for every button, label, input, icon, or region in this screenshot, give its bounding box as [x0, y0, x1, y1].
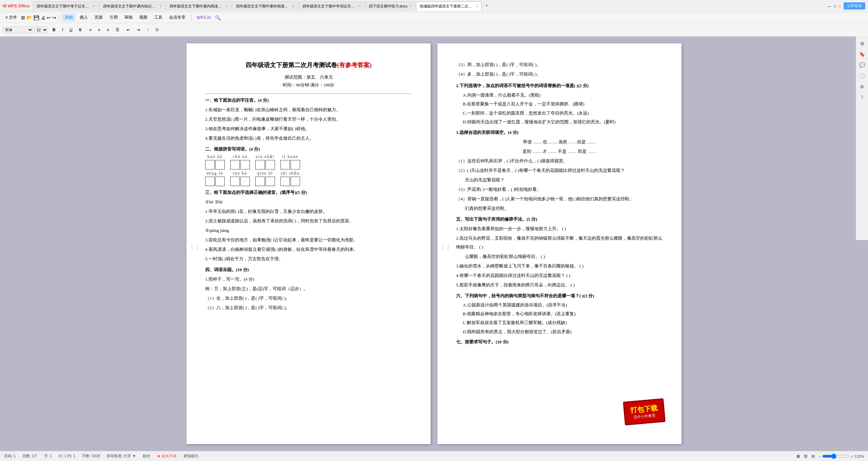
numbered-list-button[interactable]: ①	[153, 26, 162, 34]
status-read-mode[interactable]: 黄昏模式	[183, 454, 198, 459]
zoom-range[interactable]	[822, 454, 849, 459]
topbar: W WPS Office 四年级语文文下期中考子过关专题卷 × 四年级语文文下期…	[0, 0, 868, 12]
search-icon[interactable]: 🔍	[215, 15, 221, 20]
pinyin-row-1: kuò dà chā nà xiá zhǎi	[205, 154, 412, 169]
view-normal-icon[interactable]: ▦	[796, 454, 800, 458]
char-box[interactable]	[230, 177, 240, 186]
align-right-button[interactable]: ≡	[104, 26, 112, 34]
align-center-button[interactable]: ≡	[95, 26, 103, 34]
zoom-out-icon[interactable]: −	[819, 454, 821, 458]
sidebar-icon-2[interactable]: 🔖	[858, 50, 866, 58]
menu-ref[interactable]: 引用	[107, 14, 120, 21]
menu-member[interactable]: 会员专享	[166, 14, 188, 21]
char-box[interactable]	[255, 160, 265, 169]
char-box[interactable]	[240, 160, 250, 169]
tab-close-3[interactable]: ×	[226, 4, 228, 8]
tab-3[interactable]: 四年级语文文下期中课内阅读过关练习题5 ×	[166, 1, 232, 11]
tab-2[interactable]: 四年级语文文下期中课内知识过关专题 ×	[99, 1, 165, 11]
fontsize-selector[interactable]: 12	[34, 26, 48, 33]
font-selector[interactable]: 宋体	[3, 26, 33, 33]
s3-opt: ①hé ②hè	[205, 198, 412, 206]
char-box[interactable]	[205, 160, 215, 169]
toolbar-icon-open[interactable]: 📂	[26, 15, 32, 20]
download-badge[interactable]: 打包下载 ⑤中小学教育	[623, 398, 666, 425]
pinyin-label-8: shī shǒu	[281, 171, 300, 176]
s6-item5: 5.那双手就像鹰的爪子，捏着雨来的两只耳朵，向两边拉。 ( )	[456, 281, 663, 289]
sidebar-icon-3[interactable]: 💬	[858, 61, 866, 69]
tab-close-7[interactable]: ×	[476, 4, 478, 8]
sidebar-icon-1[interactable]: ⊞	[858, 39, 866, 47]
tab-4[interactable]: 四年级语文文下期中课外阅读专题卷 ×	[232, 1, 298, 11]
indent-group: ⇤ ⇥	[124, 26, 143, 34]
align-left-button[interactable]: ≡	[86, 26, 94, 34]
toolbar-icon-print[interactable]: 🖨	[41, 15, 45, 20]
char-box[interactable]	[255, 177, 265, 186]
s3-line2: 2.泥土被踩成道路以后，虽然有了承担的负荷( )，同时也有了负荷后的宽容。	[205, 217, 412, 225]
char-box[interactable]	[280, 160, 290, 169]
italic-button[interactable]: I	[59, 26, 66, 34]
indent-more-button[interactable]: ⇥	[134, 26, 143, 34]
zoom-in-icon[interactable]: +	[851, 454, 853, 458]
view-print-icon[interactable]: ▨	[804, 454, 807, 458]
toolbar-icon-new[interactable]: ⊞	[21, 15, 25, 20]
sidebar-icon-5[interactable]: ⚙	[858, 83, 866, 91]
menu-page[interactable]: 页面	[92, 14, 105, 21]
view-web-icon[interactable]: ▤	[811, 454, 815, 458]
align-justify-button[interactable]: ☰	[113, 26, 122, 34]
drag-handle-2[interactable]: ⋮⋮	[440, 244, 451, 250]
new-tab-button[interactable]: +	[482, 2, 491, 9]
strikethrough-button[interactable]: S	[76, 26, 84, 34]
menu-review[interactable]: 审阅	[122, 14, 135, 21]
restore-btn[interactable]: □	[834, 4, 836, 8]
char-box[interactable]	[205, 177, 215, 186]
s4-q2-optD: D.转眼间天边出现了一道红霞，慢慢地在扩大它的范围，加强它的亮光。(霎时)	[456, 118, 663, 126]
minimize-btn[interactable]: —	[827, 4, 831, 8]
s7-optD: D.颐和园所有的景点，我大部分都游览过了。(前后矛盾)	[456, 328, 663, 336]
toolbar-icon-redo[interactable]: ↪	[52, 15, 56, 20]
zoom-slider[interactable]: − + 110%	[819, 454, 864, 459]
tab-5[interactable]: 四年级语文文下期中学词过关专题卷 ×	[299, 1, 364, 11]
tab-1[interactable]: 四年级语文文下期中考子过关专题卷 ×	[33, 1, 99, 11]
char-box[interactable]	[280, 177, 290, 186]
pinyin-label-2: chā nà	[233, 154, 248, 159]
char-box[interactable]	[215, 160, 225, 169]
s4-q3: （3）周，加上部首( )，是( )字，可组词( )。	[456, 60, 663, 69]
bullet-list-button[interactable]: ⁝	[145, 26, 152, 34]
char-box[interactable]	[215, 177, 225, 186]
drag-handle-1[interactable]: ⋮⋮	[189, 244, 200, 250]
tab-close-5[interactable]: ×	[359, 4, 361, 8]
underline-button[interactable]: U	[67, 26, 75, 34]
char-box[interactable]	[265, 160, 275, 169]
status-proofread[interactable]: 校对	[143, 454, 150, 459]
status-spell[interactable]: 拼写检查: 打开 ▼	[107, 454, 136, 459]
tab-6[interactable]: 四下语文期中练习.docx ×	[365, 1, 415, 11]
tab-close-4[interactable]: ×	[292, 4, 294, 8]
char-box[interactable]	[265, 177, 275, 186]
char-box[interactable]	[291, 177, 300, 186]
char-box[interactable]	[291, 160, 300, 169]
menu-wpsai[interactable]: WPS AI	[194, 14, 213, 21]
menu-start[interactable]: 开始	[62, 14, 76, 21]
pinyin-label-3: xiá zhǎi	[256, 154, 274, 159]
status-font-missing[interactable]: ★ 缺失字体	[157, 454, 177, 459]
menu-tools[interactable]: 工具	[152, 14, 165, 21]
login-button[interactable]: 立即登录	[844, 2, 865, 9]
char-box[interactable]	[240, 177, 250, 186]
sidebar-icon-4[interactable]: 🕒	[858, 72, 866, 80]
tab-7[interactable]: 统编版四年级语文下册第二次月... ×	[416, 1, 482, 11]
tab-close-2[interactable]: ×	[159, 4, 161, 8]
toolbar-icon-undo[interactable]: ↩	[47, 15, 51, 20]
tab-close-1[interactable]: ×	[93, 4, 95, 8]
indent-less-button[interactable]: ⇤	[124, 26, 133, 34]
toolbar-icon-save[interactable]: 💾	[34, 15, 39, 20]
char-boxes-3	[255, 160, 275, 169]
tab-close-6[interactable]: ×	[410, 4, 412, 8]
char-box[interactable]	[230, 160, 240, 169]
bold-button[interactable]: B	[50, 26, 58, 34]
menu-view[interactable]: 视图	[137, 14, 150, 21]
status-pages: 页数: 1/7	[22, 454, 37, 459]
sidebar-icon-6[interactable]: ?	[858, 94, 866, 102]
menu-insert[interactable]: 插入	[77, 14, 91, 21]
close-btn[interactable]: ×	[839, 4, 841, 8]
menu-file[interactable]: ≡ 文件	[3, 14, 20, 21]
